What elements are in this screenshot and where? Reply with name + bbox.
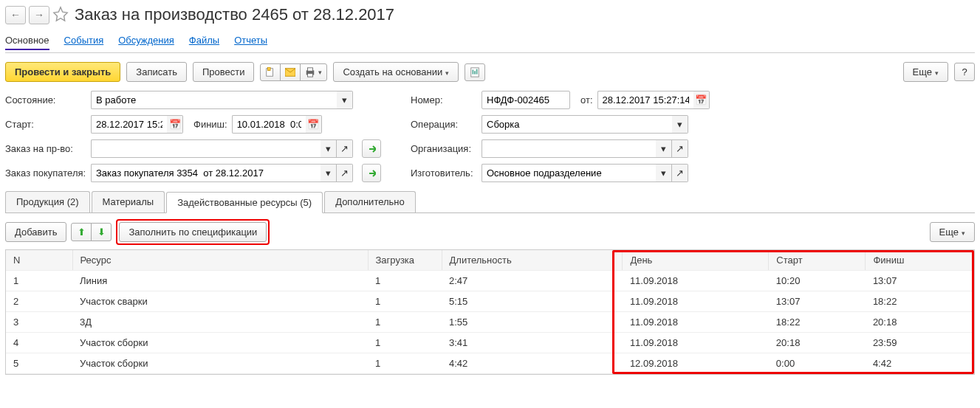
cell-n: 5 [6,353,72,374]
dropdown-icon[interactable]: ▾ [337,91,353,109]
attach-file-icon[interactable] [260,63,281,81]
save-button[interactable]: Записать [126,62,187,82]
maker-input[interactable] [482,164,656,182]
svg-rect-1 [268,67,271,70]
cell-duration: 4:42 [442,353,623,374]
help-button[interactable]: ? [954,63,975,81]
cell-start: 20:18 [769,333,866,353]
tab-extra[interactable]: Дополнительно [324,191,416,212]
svg-rect-4 [308,67,313,70]
link-green-icon[interactable] [362,164,381,182]
more-button[interactable]: Еще▾ [903,62,948,82]
cell-load: 1 [368,312,442,333]
add-row-button[interactable]: Добавить [5,222,66,242]
nav-tab-files[interactable]: Файлы [189,32,219,50]
nav-forward-button[interactable]: → [29,6,49,24]
table-row[interactable]: 5Участок сборки14:4212.09.20180:004:42 [6,353,974,374]
page-title: Заказ на производство 2465 от 28.12.2017 [75,5,394,24]
open-icon[interactable]: ↗ [672,164,688,182]
cell-day: 12.09.2018 [623,353,769,374]
cell-n: 4 [6,333,72,353]
cell-load: 1 [368,333,442,353]
start-input[interactable] [91,115,167,134]
svg-rect-5 [308,73,313,76]
favorite-star-icon[interactable] [52,6,69,24]
calendar-icon[interactable]: 📅 [693,91,710,109]
link-green-icon[interactable] [362,139,381,158]
report-icon[interactable] [465,63,485,81]
calendar-icon[interactable]: 📅 [167,115,183,134]
col-resource[interactable]: Ресурс [72,250,368,271]
col-finish[interactable]: Финиш [866,250,974,271]
table-header-row: N Ресурс Загрузка Длительность День Стар… [6,250,974,271]
table-row[interactable]: 1Линия12:4711.09.201810:2013:07 [6,271,974,291]
state-label: Состояние: [5,94,86,106]
maker-label: Изготовитель: [411,167,477,179]
calendar-icon[interactable]: 📅 [306,115,322,134]
table-row[interactable]: 4Участок сборки13:4111.09.201820:1823:59 [6,333,974,353]
dropdown-icon[interactable]: ▾ [656,139,672,158]
move-down-icon[interactable]: ⬇ [91,223,112,241]
table-row[interactable]: 33Д11:5511.09.201818:2220:18 [6,312,974,333]
dropdown-icon[interactable]: ▾ [672,115,688,134]
open-icon[interactable]: ↗ [337,164,353,182]
cell-finish: 4:42 [866,353,974,374]
cell-n: 1 [6,271,72,291]
nav-tab-reports[interactable]: Отчеты [234,32,267,50]
email-icon[interactable] [280,63,301,81]
col-n[interactable]: N [6,250,72,271]
cell-load: 1 [368,271,442,291]
fill-by-spec-button[interactable]: Заполнить по спецификации [119,222,267,242]
from-label: от: [580,94,593,106]
cust-order-input[interactable] [91,164,321,182]
org-input[interactable] [482,139,656,158]
post-and-close-button[interactable]: Провести и закрыть [5,62,120,82]
cell-day: 11.09.2018 [623,312,769,333]
cell-load: 1 [368,291,442,312]
date-input[interactable] [597,91,693,109]
tab-resources[interactable]: Задействованные ресурсы (5) [166,192,323,213]
number-label: Номер: [411,94,477,106]
finish-input[interactable] [232,115,306,134]
cell-duration: 1:55 [442,312,623,333]
dropdown-icon[interactable]: ▾ [656,164,672,182]
cell-finish: 23:59 [866,333,974,353]
cell-day: 11.09.2018 [623,333,769,353]
operation-input[interactable] [482,115,672,134]
move-up-icon[interactable]: ⬆ [71,223,92,241]
prod-order-input[interactable] [91,139,321,158]
print-icon[interactable]: ▾ [300,63,327,81]
state-input[interactable] [91,91,337,109]
table-row[interactable]: 2Участок сварки15:1511.09.201813:0718:22 [6,291,974,312]
cell-start: 18:22 [769,312,866,333]
prod-order-label: Заказ на пр-во: [5,143,86,154]
tab-products[interactable]: Продукция (2) [5,191,90,212]
dropdown-icon[interactable]: ▾ [321,139,337,158]
operation-label: Операция: [411,119,477,130]
post-button[interactable]: Провести [193,62,255,82]
cell-start: 10:20 [769,271,866,291]
create-based-button[interactable]: Создать на основании▾ [333,62,459,82]
number-input[interactable] [482,91,570,109]
cell-resource: Линия [72,271,368,291]
cell-start: 13:07 [769,291,866,312]
col-start[interactable]: Старт [769,250,866,271]
dropdown-icon[interactable]: ▾ [321,164,337,182]
open-icon[interactable]: ↗ [337,139,353,158]
col-load[interactable]: Загрузка [368,250,442,271]
nav-tab-main[interactable]: Основное [5,32,49,50]
cell-load: 1 [368,353,442,374]
col-day[interactable]: День [623,250,769,271]
nav-back-button[interactable]: ← [5,6,26,24]
table-more-button[interactable]: Еще▾ [930,222,975,242]
nav-tab-events[interactable]: События [64,32,104,50]
open-icon[interactable]: ↗ [672,139,688,158]
cell-resource: Участок сборки [72,353,368,374]
tab-materials[interactable]: Материалы [92,191,165,212]
cust-order-label: Заказ покупателя: [5,167,86,179]
cell-n: 3 [6,312,72,333]
nav-tab-discussions[interactable]: Обсуждения [118,32,174,50]
org-label: Организация: [411,143,477,154]
col-duration[interactable]: Длительность [442,250,623,271]
cell-finish: 18:22 [866,291,974,312]
